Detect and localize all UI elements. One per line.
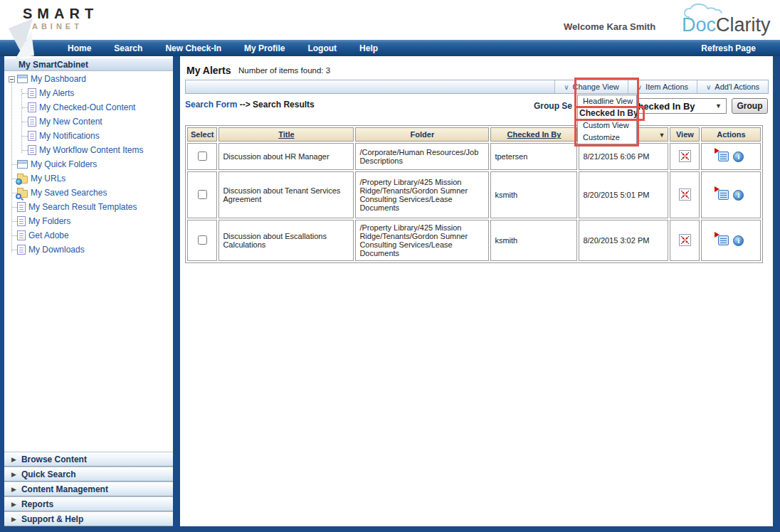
nav-my-profile[interactable]: My Profile [238, 43, 291, 53]
cell-checked-in-date: 8/20/2015 5:01 PM [579, 171, 668, 218]
group-by-select[interactable]: Checked In By ▼ [626, 98, 727, 114]
view-document-icon[interactable] [679, 188, 691, 201]
tree-spine-main [11, 82, 12, 252]
breadcrumb-current: Search Results [253, 100, 315, 110]
sidebar-item-label: My Checked-Out Content [39, 102, 135, 112]
nav-help[interactable]: Help [353, 43, 384, 53]
globe-icon [16, 179, 22, 185]
group-button[interactable]: Group [732, 98, 768, 114]
group-by-value: Checked In By [631, 101, 695, 112]
cell-checked-in-by: ksmith [490, 220, 577, 261]
sidebar-item-label: My Dashboard [31, 74, 86, 84]
select-arrow-icon: ▼ [715, 102, 722, 110]
refresh-page-link[interactable]: Refresh Page [701, 43, 756, 53]
menu-item-checked-in-by[interactable]: Checked In By [578, 107, 636, 119]
sidebar-item-label: Get Adobe [28, 230, 69, 240]
sidebar-item-my-dashboard[interactable]: My Dashboard [4, 72, 173, 86]
header-title: Title [218, 127, 354, 142]
info-icon[interactable]: i [733, 151, 744, 162]
change-view-button[interactable]: ∨ Change View [554, 80, 628, 93]
expand-arrow-icon: ▶ [11, 501, 16, 508]
title-sort-link[interactable]: Title [278, 130, 294, 139]
row-select-checkbox[interactable] [198, 190, 207, 199]
row-select-checkbox[interactable] [198, 151, 207, 161]
nav-home[interactable]: Home [61, 43, 98, 53]
bottom-frame-bar [0, 526, 780, 532]
right-frame-bar [773, 56, 780, 532]
sidebar-item-my-notifications[interactable]: My Notifications [4, 129, 173, 143]
chevron-down-icon: ∨ [706, 83, 711, 91]
sidebar-item-label: My Notifications [39, 131, 100, 141]
addl-actions-button[interactable]: ∨ Add'l Actions [697, 80, 768, 93]
docclarity-logo: DocClarity [678, 3, 777, 38]
cell-title: Discussion about Tenant Services Agreeme… [218, 171, 354, 218]
header-checked-in-by: Checked In By [490, 127, 577, 142]
item-actions-button[interactable]: ∨ Item Actions [628, 80, 697, 93]
sidebar-item-my-urls[interactable]: My URLs [4, 171, 173, 186]
sidebar-item-my-new-content[interactable]: My New Content [4, 115, 173, 129]
checkout-action-icon[interactable] [718, 235, 729, 245]
sidebar-item-get-adobe[interactable]: Get Adobe [4, 228, 173, 243]
page-title: My Alerts [186, 65, 231, 76]
folder-window-icon [17, 160, 28, 169]
accordion-label: Content Management [21, 484, 108, 494]
sidebar: My SmartCabinet My Dashboard My Alerts M… [0, 56, 173, 526]
info-icon[interactable]: i [733, 235, 744, 246]
accordion-browse-content[interactable]: ▶ Browse Content [4, 452, 173, 467]
sidebar-item-my-alerts[interactable]: My Alerts [4, 86, 173, 100]
checked-in-by-sort-link[interactable]: Checked In By [507, 130, 562, 139]
checkout-action-icon[interactable] [718, 151, 729, 161]
header-folder: Folder [355, 127, 489, 142]
accordion-content-management[interactable]: ▶ Content Management [4, 482, 173, 496]
sidebar-item-my-saved-searches[interactable]: My Saved Searches [4, 186, 173, 200]
row-select-checkbox[interactable] [198, 235, 207, 245]
header-select: Select [187, 127, 217, 142]
dashboard-icon [17, 75, 28, 83]
cell-title: Discussion about HR Manager [218, 143, 354, 170]
sidebar-item-my-checked-out-content[interactable]: My Checked-Out Content [4, 100, 173, 115]
sidebar-item-label: My Search Result Templates [28, 202, 137, 212]
sidebar-tree: My Dashboard My Alerts My Checked-Out Co… [4, 72, 173, 452]
sidebar-item-my-quick-folders[interactable]: My Quick Folders [4, 157, 173, 171]
addl-actions-label: Add'l Actions [715, 83, 759, 91]
search-form-link[interactable]: Search Form [185, 100, 237, 110]
change-view-label: Change View [573, 83, 619, 91]
sidebar-item-label: My Folders [28, 216, 70, 226]
document-icon [28, 145, 36, 155]
menu-item-customize[interactable]: Customize [578, 132, 636, 144]
sidebar-item-label: My New Content [39, 117, 102, 127]
group-search-label: Group Se [534, 101, 572, 111]
url-folder-icon [17, 176, 28, 183]
nav-search[interactable]: Search [107, 43, 149, 53]
checkout-action-icon[interactable] [718, 190, 729, 200]
sidebar-item-my-downloads[interactable]: My Downloads [4, 243, 173, 257]
sidebar-item-label: My Saved Searches [31, 188, 107, 198]
menu-item-headline-view[interactable]: Headline View [578, 95, 636, 107]
expand-arrow-icon: ▶ [11, 456, 16, 463]
collapse-icon[interactable] [9, 76, 15, 83]
sidebar-item-my-folders[interactable]: My Folders [4, 214, 173, 228]
document-icon [28, 117, 36, 127]
chevron-down-icon: ∨ [564, 83, 569, 91]
document-icon [17, 216, 26, 226]
red-flag-icon [715, 148, 720, 154]
sidebar-item-my-workflow-content-items[interactable]: My Workflow Content Items [4, 143, 173, 157]
sidebar-item-my-search-result-templates[interactable]: My Search Result Templates [4, 200, 173, 214]
menu-item-custom-view[interactable]: Custom View [578, 119, 636, 132]
view-document-icon[interactable] [679, 150, 691, 162]
table-row: Discussion about Escallations Calculatio… [187, 220, 761, 261]
nav-logout[interactable]: Logout [301, 43, 343, 53]
sidebar-item-label: My Downloads [28, 245, 85, 255]
sidebar-title: My SmartCabinet [4, 58, 173, 71]
accordion-quick-search[interactable]: ▶ Quick Search [4, 467, 173, 482]
header-actions: Actions [701, 127, 761, 142]
expand-arrow-icon: ▶ [11, 516, 16, 523]
cell-checked-in-by: tpetersen [490, 143, 577, 170]
view-document-icon[interactable] [679, 234, 691, 246]
nav-new-check-in[interactable]: New Check-In [159, 43, 228, 53]
table-row: Discussion about Tenant Services Agreeme… [187, 171, 761, 218]
info-icon[interactable]: i [733, 190, 744, 201]
accordion-support-help[interactable]: ▶ Support & Help [4, 511, 173, 526]
red-flag-icon [715, 232, 720, 238]
accordion-reports[interactable]: ▶ Reports [4, 496, 173, 511]
